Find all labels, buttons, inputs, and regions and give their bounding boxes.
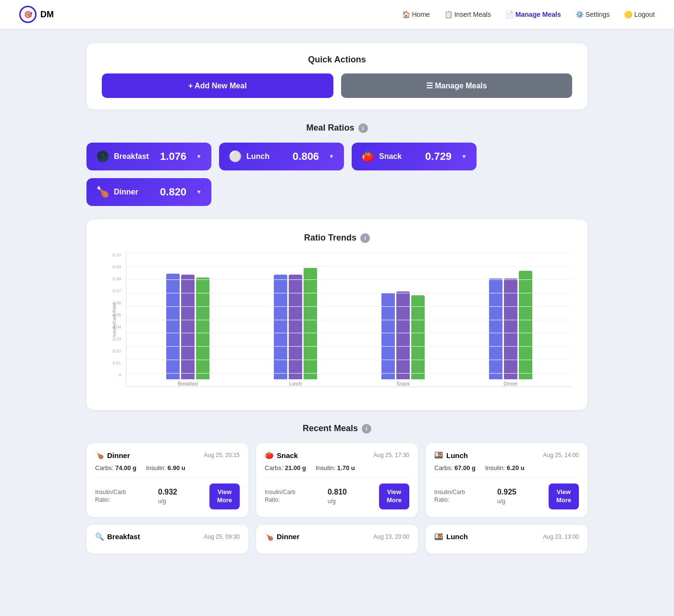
chart-title: Ratio Trends i <box>102 233 572 243</box>
recent-meals-title: Recent Meals i <box>86 423 588 434</box>
dinner-value: 0.820 <box>160 186 186 198</box>
meal-ratios-info-icon[interactable]: i <box>358 123 368 133</box>
meal-card-macros-lunch-1: Carbs: 67.00 g Insulin: 6.20 u <box>434 464 579 471</box>
lunch-label: Lunch <box>246 152 288 161</box>
ratio-value-lunch-1: 0.925u/g <box>497 488 516 505</box>
nav-links: 🏠 Home 📋 Insert Meals 📄 Manage Meals ⚙️ … <box>402 11 655 18</box>
y-axis-label: Insulin/Carb Ratio <box>112 302 117 337</box>
meal-card-lunch-2: 🍱 Lunch Aug 23, 13:00 <box>426 525 588 554</box>
meal-name-breakfast-1: 🔍 Breakfast <box>95 532 140 541</box>
snack-value: 0.729 <box>425 150 452 163</box>
snack-date-1: Aug 25, 17:30 <box>373 452 409 459</box>
snack-label: Snack <box>379 152 420 161</box>
lunch-card-icon-1: 🍱 <box>434 451 443 459</box>
meal-card-snack-1: 🍅 Snack Aug 25, 17:30 Carbs: 21.00 g Ins… <box>256 443 418 517</box>
meal-ratio-lunch[interactable]: ⚪ Lunch 0.806 ▼ <box>219 143 344 170</box>
view-more-button-lunch-1[interactable]: ViewMore <box>549 483 579 509</box>
ratio-value-snack-1: 0.810u/g <box>328 488 347 505</box>
snack-icon: 🍅 <box>361 150 374 163</box>
lunch-dropdown-arrow: ▼ <box>329 153 334 160</box>
chart-container: 0.10 0.09 0.08 0.07 0.06 0.05 0.04 0.03 … <box>102 253 572 397</box>
quick-actions-card: Quick Actions + Add New Meal ☰ Manage Me… <box>86 43 588 109</box>
snack-dropdown-arrow: ▼ <box>461 153 467 160</box>
meal-card-header-dinner-2: 🍗 Dinner Aug 23, 20:00 <box>265 532 409 541</box>
meal-ratio-breakfast[interactable]: 🌑 Breakfast 1.076 ▼ <box>86 143 211 170</box>
dinner-card-icon-1: 🍗 <box>95 451 104 459</box>
view-more-button-snack-1[interactable]: ViewMore <box>379 483 409 509</box>
meal-card-breakfast-1: 🔍 Breakfast Aug 25, 09:30 <box>86 525 248 554</box>
dinner-dropdown-arrow: ▼ <box>196 189 202 195</box>
meal-card-dinner-2: 🍗 Dinner Aug 23, 20:00 <box>256 525 418 554</box>
meal-card-header-lunch-1: 🍱 Lunch Aug 25, 14:00 <box>434 451 579 459</box>
recent-meals-info-icon[interactable]: i <box>362 424 371 434</box>
meal-name-lunch-1: 🍱 Lunch <box>434 451 468 459</box>
meal-card-header-breakfast-1: 🔍 Breakfast Aug 25, 09:30 <box>95 532 240 541</box>
logo-icon: 🎯 <box>19 6 37 23</box>
chart-info-icon[interactable]: i <box>360 233 370 243</box>
ratio-trends-card: Ratio Trends i 0.10 0.09 0.08 0.07 0.06 … <box>86 219 588 410</box>
lunch-icon: ⚪ <box>229 150 242 163</box>
nav-settings[interactable]: ⚙️ Settings <box>576 11 610 18</box>
view-more-button-dinner-1[interactable]: ViewMore <box>209 483 240 509</box>
ratio-value-dinner-1: 0.932u/g <box>158 488 177 505</box>
logo-text: DM <box>40 10 54 20</box>
breakfast-value: 1.076 <box>160 150 186 163</box>
meal-card-footer-dinner-1: Insulin/CarbRatio: 0.932u/g ViewMore <box>95 483 240 509</box>
meal-card-footer-snack-1: Insulin/CarbRatio: 0.810u/g ViewMore <box>265 483 409 509</box>
meal-card-footer-lunch-1: Insulin/CarbRatio: 0.925u/g ViewMore <box>434 483 579 509</box>
meal-card-macros-snack-1: Carbs: 21.00 g Insulin: 1.70 u <box>265 464 409 471</box>
dinner-date-1: Aug 25, 20:15 <box>204 452 240 459</box>
breakfast-date-1: Aug 25, 09:30 <box>204 533 240 540</box>
recent-meals-grid: 🍗 Dinner Aug 25, 20:15 Carbs: 74.00 g In… <box>86 443 588 554</box>
lunch-card-icon-2: 🍱 <box>434 532 443 541</box>
meal-card-header-lunch-2: 🍱 Lunch Aug 23, 13:00 <box>434 532 579 541</box>
dinner-label: Dinner <box>114 188 155 196</box>
manage-meals-button[interactable]: ☰ Manage Meals <box>341 73 573 98</box>
nav-home[interactable]: 🏠 Home <box>402 11 430 18</box>
add-new-meal-button[interactable]: + Add New Meal <box>102 73 333 98</box>
meal-name-lunch-2: 🍱 Lunch <box>434 532 468 541</box>
meal-name-snack-1: 🍅 Snack <box>265 451 298 459</box>
meal-name-dinner-2: 🍗 Dinner <box>265 532 300 541</box>
nav-manage-meals[interactable]: 📄 Manage Meals <box>505 11 561 18</box>
meal-name-dinner-1: 🍗 Dinner <box>95 451 130 459</box>
dinner-date-2: Aug 23, 20:00 <box>373 533 409 540</box>
lunch-date-1: Aug 25, 14:00 <box>543 452 579 459</box>
lunch-value: 0.806 <box>293 150 319 163</box>
meal-card-header-snack-1: 🍅 Snack Aug 25, 17:30 <box>265 451 409 459</box>
meal-ratios-grid: 🌑 Breakfast 1.076 ▼ ⚪ Lunch 0.806 ▼ 🍅 Sn… <box>86 143 588 206</box>
breakfast-icon: 🌑 <box>96 150 109 163</box>
meal-card-lunch-1: 🍱 Lunch Aug 25, 14:00 Carbs: 67.00 g Ins… <box>426 443 588 517</box>
lunch-date-2: Aug 23, 13:00 <box>543 533 579 540</box>
meal-ratio-dinner[interactable]: 🍗 Dinner 0.820 ▼ <box>86 178 211 206</box>
nav-insert-meals[interactable]: 📋 Insert Meals <box>444 11 491 18</box>
navbar: 🎯 DM 🏠 Home 📋 Insert Meals 📄 Manage Meal… <box>0 0 674 29</box>
snack-card-icon-1: 🍅 <box>265 451 274 459</box>
quick-actions-buttons: + Add New Meal ☰ Manage Meals <box>102 73 572 98</box>
breakfast-card-icon-1: 🔍 <box>95 532 104 541</box>
nav-logout[interactable]: 🟡 Logout <box>624 11 655 18</box>
breakfast-label: Breakfast <box>114 152 155 161</box>
logo: 🎯 DM <box>19 6 54 23</box>
meal-card-dinner-1: 🍗 Dinner Aug 25, 20:15 Carbs: 74.00 g In… <box>86 443 248 517</box>
chart-bars-area: Breakfast Lunch <box>126 253 572 387</box>
main-content: Quick Actions + Add New Meal ☰ Manage Me… <box>0 29 674 568</box>
grid-lines <box>126 253 572 387</box>
meal-card-macros-dinner-1: Carbs: 74.00 g Insulin: 6.90 u <box>95 464 240 471</box>
meal-ratios-title: Meal Ratios i <box>86 123 588 133</box>
meal-ratio-snack[interactable]: 🍅 Snack 0.729 ▼ <box>352 143 477 170</box>
breakfast-dropdown-arrow: ▼ <box>196 153 202 160</box>
quick-actions-title: Quick Actions <box>102 55 572 65</box>
dinner-icon: 🍗 <box>96 186 109 198</box>
dinner-card-icon-2: 🍗 <box>265 532 274 541</box>
meal-card-header-dinner-1: 🍗 Dinner Aug 25, 20:15 <box>95 451 240 459</box>
